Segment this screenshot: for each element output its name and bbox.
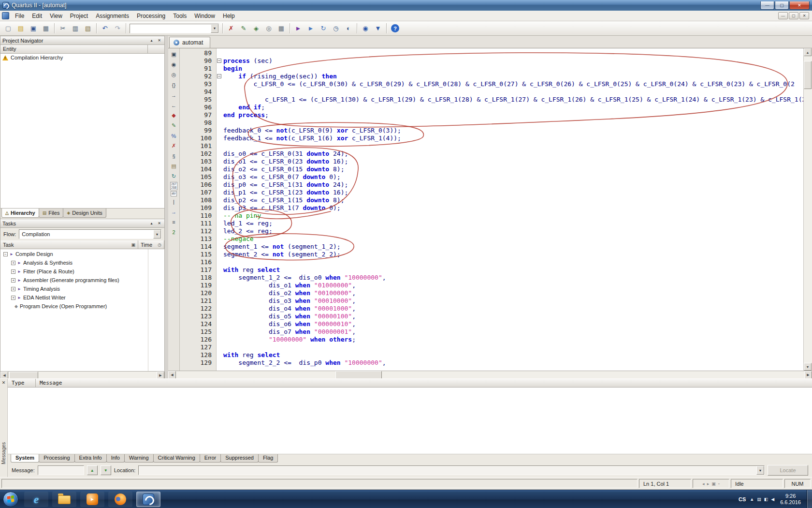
next-message-button[interactable]: ▼ <box>101 465 111 475</box>
code-line[interactable]: dis_o4 when "00001000", <box>217 305 803 313</box>
expand-icon[interactable]: + <box>11 261 15 265</box>
code-line[interactable]: dis_o1 when "01000000", <box>217 282 803 289</box>
code-line[interactable]: segment_2 <= not (segment_2_2); <box>217 251 803 258</box>
menu-item-project[interactable]: Project <box>66 11 92 21</box>
code-line[interactable]: segment_1 <= not (segment_1_2); <box>217 243 803 251</box>
panel-close-icon[interactable]: ✕ <box>156 220 162 226</box>
code-line[interactable]: dis_o3 <= c_LFSR_0(7 downto 0); <box>217 173 803 181</box>
device-icon[interactable]: ▦ <box>275 23 288 34</box>
assignment-editor-icon[interactable]: ✎ <box>237 23 250 34</box>
task-row-timing-analysis[interactable]: +►Timing Analysis <box>0 284 164 293</box>
menu-item-edit[interactable]: Edit <box>28 11 46 21</box>
editor-horizontal-scrollbar[interactable]: ◀ ▶ <box>168 371 812 378</box>
keyboard-layout-icon[interactable]: ▤ <box>757 497 761 502</box>
tasks-horizontal-scrollbar[interactable]: ◀ ▶ <box>0 371 164 379</box>
task-row-program-device-open-programmer[interactable]: ◆Program Device (Open Programmer) <box>0 302 164 311</box>
taskbar-explorer-button[interactable] <box>52 492 76 507</box>
settings-icon[interactable]: ◎ <box>262 23 275 34</box>
expand-icon[interactable]: + <box>11 278 15 283</box>
message-tab-system[interactable]: System <box>11 454 39 463</box>
code-line[interactable]: "10000000" when others; <box>217 336 803 344</box>
fold-collapse-icon[interactable]: − <box>217 74 221 78</box>
task-row-eda-netlist-writer[interactable]: +►EDA Netlist Writer <box>0 293 164 302</box>
message-tab-flag[interactable]: Flag <box>258 454 278 463</box>
code-line[interactable]: dis_p0 <= c_LFSR_1(31 downto 24); <box>217 181 803 189</box>
entity-combobox[interactable]: ▼ <box>130 24 219 33</box>
menu-item-processing[interactable]: Processing <box>133 11 169 21</box>
code-line[interactable]: c_LFSR_0 <= (c_LFSR_0(30) & c_LFSR_0(29)… <box>217 80 803 88</box>
taskbar-firefox-button[interactable] <box>108 492 132 507</box>
message-tab-extra-info[interactable]: Extra Info <box>74 454 107 463</box>
scroll-down-icon[interactable]: ▼ <box>804 363 812 371</box>
menu-item-help[interactable]: Help <box>219 11 239 21</box>
timing-analyzer-icon[interactable]: ◷ <box>330 23 342 34</box>
code-line[interactable] <box>217 49 803 57</box>
show-desktop-button[interactable] <box>807 490 812 508</box>
code-line[interactable]: dis_p3 <= c_LFSR_1(7 downto 0); <box>217 204 803 212</box>
copy-icon[interactable]: ▥ <box>69 23 82 34</box>
taskbar-ie-button[interactable]: e <box>24 492 48 507</box>
scrollbar-track[interactable] <box>804 56 812 363</box>
message-list[interactable] <box>8 388 812 454</box>
code-line[interactable]: with reg select <box>217 351 803 359</box>
start-button[interactable] <box>3 492 18 507</box>
bookmark-icon[interactable]: ◆ <box>169 111 179 120</box>
previous-message-button[interactable]: ▲ <box>87 465 98 475</box>
volume-icon[interactable]: ◀ <box>771 497 774 502</box>
message-tab-info[interactable]: Info <box>106 454 125 463</box>
outdent-icon[interactable]: ← <box>169 101 179 110</box>
attach-icon[interactable]: § <box>169 151 179 161</box>
code-line[interactable]: dis_o0 <= c_LFSR_0(31 downto 24); <box>217 150 803 158</box>
print-icon[interactable]: ▦ <box>40 23 52 34</box>
pin-planner-icon[interactable]: ◈ <box>250 23 262 34</box>
combo-arrow-icon[interactable]: ▼ <box>153 230 161 239</box>
language-indicator[interactable]: CS <box>739 496 746 502</box>
mdi-minimize-button[interactable]: — <box>778 12 788 19</box>
minimize-button[interactable]: — <box>760 1 774 10</box>
messages-close-icon[interactable]: ✕ <box>2 380 6 385</box>
locate-in-source-icon[interactable]: ▣ <box>711 481 716 486</box>
syntax-error-icon[interactable]: ✗ <box>169 141 179 150</box>
goto-next-message-icon[interactable]: ▸ <box>707 481 710 486</box>
hidden-icons-button[interactable]: ▲ <box>750 497 754 502</box>
stop-processing-icon[interactable]: ✗ <box>225 23 237 34</box>
expand-icon[interactable]: + <box>11 269 15 274</box>
programmer-icon[interactable]: ▼ <box>372 23 384 34</box>
code-line[interactable]: −process (sec) <box>217 57 803 65</box>
entity-column-header[interactable]: Entity <box>0 45 164 54</box>
tab-hierarchy[interactable]: △Hierarchy <box>1 209 39 218</box>
flow-combobox[interactable]: Compilation ▼ <box>19 229 161 239</box>
document-system-menu-icon[interactable] <box>2 12 9 19</box>
menu-item-tools[interactable]: Tools <box>169 11 190 21</box>
message-tab-processing[interactable]: Processing <box>39 454 74 463</box>
code-line[interactable]: end process; <box>217 111 803 119</box>
mdi-close-button[interactable]: ✕ <box>799 12 809 19</box>
code-line[interactable]: − if (rising_edge(sec)) then <box>217 73 803 80</box>
taskbar-quartus-button[interactable] <box>136 492 160 507</box>
refresh-icon[interactable]: ↻ <box>169 172 179 181</box>
expand-icon[interactable]: + <box>11 296 15 300</box>
menu-item-window[interactable]: Window <box>190 11 219 21</box>
code-line[interactable] <box>217 344 803 351</box>
code-line[interactable] <box>217 258 803 266</box>
code-line[interactable] <box>217 142 803 150</box>
redo-icon[interactable]: ↷ <box>111 23 124 34</box>
task-row-fitter-place-route[interactable]: +►Fitter (Place & Route) <box>0 267 164 276</box>
editor-vertical-scrollbar[interactable]: ▲ ▼ <box>803 48 812 371</box>
taskbar-media-player-button[interactable]: ► <box>80 492 104 507</box>
scroll-up-icon[interactable]: ▲ <box>804 48 812 56</box>
code-line[interactable]: dis_o2 when "00100000", <box>217 289 803 297</box>
open-file-icon[interactable]: ▤ <box>14 23 27 34</box>
scroll-right-icon[interactable]: ▶ <box>804 371 812 379</box>
help-icon[interactable]: ? <box>391 24 399 32</box>
message-tab-suppressed[interactable]: Suppressed <box>220 454 259 463</box>
template-icon[interactable]: ▤ <box>169 162 179 171</box>
location-combobox[interactable]: ▼ <box>138 465 765 475</box>
taskbar-clock[interactable]: 9:26 6.6.2016 <box>778 493 803 506</box>
simulator-icon[interactable]: ◐ <box>342 23 355 34</box>
code-line[interactable] <box>217 88 803 96</box>
edit-icon[interactable]: ✎ <box>169 121 179 130</box>
panel-close-icon[interactable]: ✕ <box>156 37 162 44</box>
code-line[interactable]: with reg select <box>217 266 803 274</box>
percent-icon[interactable]: % <box>169 131 179 140</box>
